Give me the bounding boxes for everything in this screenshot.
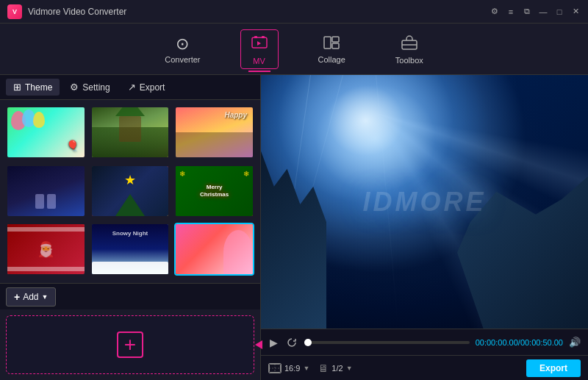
theme-card-neat[interactable]: Neat <box>90 106 171 160</box>
nav-label-toolbox: Toolbox <box>395 56 423 65</box>
theme-card-merry-christmas[interactable]: MerryChristmas ❄ ❄ Merry Christmas <box>174 165 254 219</box>
nav-item-collage[interactable]: Collage <box>308 32 356 67</box>
play-button[interactable]: ▶ <box>268 335 279 350</box>
nav-bar: ⊙ Converter MV Collage <box>0 24 588 75</box>
settings-icon-btn[interactable]: ⚙ <box>490 7 500 17</box>
volume-icon[interactable]: 🔊 <box>569 337 581 348</box>
add-button[interactable]: + Add ▼ <box>6 287 56 306</box>
bottom-controls: 16:9 ▼ 🖥 1/2 ▼ Export <box>261 355 588 380</box>
theme-label-chic: Chic <box>6 159 86 160</box>
theme-label-happy: Happy <box>174 159 254 160</box>
preview-background: IDMORE <box>261 75 588 329</box>
theme-card-christmas-eve[interactable]: ★ Christmas Eve <box>90 165 171 219</box>
close-button[interactable]: ✕ <box>570 7 581 17</box>
left-bottom-controls: 16:9 ▼ 🖥 1/2 ▼ <box>268 362 353 374</box>
resolution-value: 1/2 <box>331 364 343 373</box>
tab-bar: ⊞ Theme ⚙ Setting ↗ Export <box>0 75 260 100</box>
preview-area: IDMORE <box>261 75 588 329</box>
plus-icon: + <box>124 334 136 355</box>
ratio-value: 16:9 <box>284 364 300 373</box>
theme-card-snowy-night[interactable]: Snowy Night Snowy Night <box>90 223 171 277</box>
theme-label-snowy-night: Snowy Night <box>90 276 171 277</box>
right-panel: IDMORE ▶ 00:00:00.00/00:00:50.00 🔊 <box>261 75 588 380</box>
title-bar-right: ⚙ ≡ ⧉ — □ ✕ <box>490 7 581 17</box>
nav-label-mv: MV <box>253 57 265 65</box>
tab-export-label: Export <box>140 82 165 93</box>
resize-icon-btn[interactable]: ⧉ <box>522 7 532 17</box>
bottom-area: + Add ▼ <box>0 283 260 309</box>
tab-export[interactable]: ↗ Export <box>121 79 173 96</box>
svg-rect-3 <box>324 37 331 49</box>
preview-title: IDMORE <box>363 187 487 218</box>
theme-label-christmas-eve: Christmas Eve <box>90 218 171 219</box>
rewind-button[interactable] <box>285 336 298 349</box>
app-logo: V <box>7 4 22 19</box>
nav-label-converter: Converter <box>165 55 200 64</box>
left-panel: ⊞ Theme ⚙ Setting ↗ Export <box>0 75 261 380</box>
tab-setting[interactable]: ⚙ Setting <box>62 79 117 96</box>
theme-label-merry-christmas: Merry Christmas <box>174 218 254 219</box>
theme-grid: 🎈 Chic Neat <box>0 100 260 283</box>
svg-rect-4 <box>332 37 339 42</box>
theme-label-neat: Neat <box>90 159 171 160</box>
toolbox-icon <box>401 35 417 53</box>
controls-bar: ▶ 00:00:00.00/00:00:50.00 🔊 <box>261 329 588 355</box>
add-icon: + <box>14 291 20 303</box>
add-btn-label: Add <box>23 292 38 302</box>
theme-card-simple[interactable]: Simple <box>6 165 86 219</box>
theme-tab-icon: ⊞ <box>13 82 21 93</box>
ratio-icon <box>268 363 282 373</box>
svg-rect-1 <box>254 36 257 38</box>
monitor-icon: 🖥 <box>318 362 329 374</box>
progress-dot <box>304 339 312 346</box>
tab-theme[interactable]: ⊞ Theme <box>6 79 60 96</box>
theme-card-stripes-waves[interactable]: Stripes & Waves <box>174 223 254 277</box>
svg-rect-5 <box>332 43 339 49</box>
export-button[interactable]: Export <box>526 359 581 377</box>
app-title: Vidmore Video Converter <box>28 7 126 17</box>
nav-item-mv[interactable]: MV <box>240 29 279 69</box>
theme-label-simple: Simple <box>6 218 86 219</box>
aspect-ratio-select[interactable]: 16:9 ▼ <box>268 363 309 373</box>
resolution-select[interactable]: 🖥 1/2 ▼ <box>318 362 352 374</box>
title-bar-left: V Vidmore Video Converter <box>7 4 126 19</box>
resolution-dropdown-icon: ▼ <box>346 365 353 372</box>
tab-setting-label: Setting <box>82 82 110 93</box>
theme-label-santa-claus: Santa Claus <box>6 276 86 277</box>
maximize-button[interactable]: □ <box>554 7 564 17</box>
minimize-button[interactable]: — <box>538 7 548 17</box>
export-tab-icon: ↗ <box>128 82 136 93</box>
theme-label-stripes-waves: Stripes & Waves <box>174 276 254 277</box>
ratio-dropdown-icon: ▼ <box>303 365 309 372</box>
theme-card-santa-claus[interactable]: 🎅 Santa Claus <box>6 223 86 277</box>
add-dropdown-icon: ▼ <box>42 293 49 301</box>
collage-icon <box>323 36 340 52</box>
svg-rect-2 <box>262 36 265 38</box>
mv-icon <box>251 35 268 54</box>
theme-card-chic[interactable]: 🎈 Chic <box>6 106 86 160</box>
tab-theme-label: Theme <box>25 82 52 93</box>
media-drop-area[interactable]: + <box>6 315 254 374</box>
menu-icon-btn[interactable]: ≡ <box>506 7 516 17</box>
converter-icon: ⊙ <box>176 36 189 52</box>
title-bar: V Vidmore Video Converter ⚙ ≡ ⧉ — □ ✕ <box>0 0 588 24</box>
add-media-button[interactable]: + <box>117 331 143 358</box>
setting-tab-icon: ⚙ <box>70 82 79 93</box>
nav-item-converter[interactable]: ⊙ Converter <box>154 32 210 67</box>
nav-label-collage: Collage <box>318 55 345 64</box>
nav-item-toolbox[interactable]: Toolbox <box>385 31 434 68</box>
theme-card-happy[interactable]: Happy Happy <box>174 106 254 160</box>
progress-bar[interactable] <box>304 341 470 344</box>
time-display: 00:00:00.00/00:00:50.00 <box>476 338 563 347</box>
main-area: ⊞ Theme ⚙ Setting ↗ Export <box>0 75 588 380</box>
